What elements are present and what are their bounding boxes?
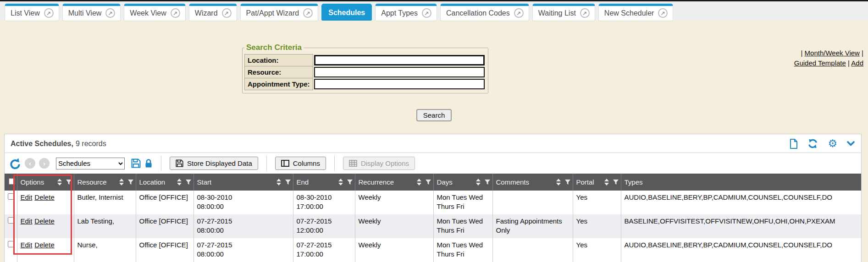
tab-label: Cancellation Codes: [446, 9, 510, 17]
lock-view-icon[interactable]: [144, 158, 153, 168]
toolbar-separator: [266, 156, 267, 171]
start-cell: 07-27-201508:00:00: [194, 238, 293, 262]
end-cell: 07-27-201517:00:00: [293, 238, 355, 262]
refresh-icon[interactable]: [807, 138, 818, 149]
store-displayed-data-label: Store Displayed Data: [187, 159, 252, 167]
comments-cell: [492, 191, 573, 214]
guided-template-link[interactable]: Guided Template: [794, 59, 846, 67]
column-label: Options: [21, 178, 44, 186]
sort-icon[interactable]: [556, 179, 561, 186]
edit-link[interactable]: Edit: [21, 241, 33, 249]
edit-link[interactable]: Edit: [21, 193, 33, 201]
column-label: Location: [139, 178, 166, 186]
save-view-icon[interactable]: [131, 158, 141, 168]
tab-list-view[interactable]: List View ↗: [5, 4, 59, 21]
table-row: EditDelete Nurse, Office [OFFICE] 07-27-…: [5, 238, 861, 262]
external-link-icon[interactable]: ↗: [422, 8, 431, 18]
filter-icon[interactable]: [425, 179, 431, 185]
appointment-type-input[interactable]: [314, 79, 485, 89]
column-label: Types: [625, 178, 643, 186]
columns-button[interactable]: Columns: [275, 157, 326, 170]
top-tab-bar: List View ↗ Multi View ↗ Week View ↗ Wiz…: [0, 0, 868, 20]
column-label: Days: [437, 178, 453, 186]
tab-waiting-list[interactable]: Waiting List ↗: [532, 4, 595, 21]
panel-title-bold: Active Schedules,: [11, 140, 73, 147]
resource-cell: Lab Testing,: [74, 214, 136, 238]
end-cell: 07-27-201512:00:00: [293, 214, 355, 238]
external-link-icon[interactable]: ↗: [514, 8, 524, 18]
filter-icon[interactable]: [613, 179, 619, 185]
delete-link[interactable]: Delete: [34, 217, 54, 225]
tab-week-view[interactable]: Week View ↗: [124, 4, 185, 21]
search-criteria-fieldset: Search Criteria Location: Resource: Appo…: [242, 43, 488, 93]
collapse-chevron-icon[interactable]: [847, 141, 855, 146]
add-link[interactable]: Add: [851, 59, 863, 67]
tab-multi-view[interactable]: Multi View ↗: [62, 4, 121, 21]
tab-label: Multi View: [68, 9, 102, 17]
filter-icon[interactable]: [347, 179, 353, 185]
external-link-icon[interactable]: ↗: [171, 8, 180, 18]
panel-header: Active Schedules,9 records: [5, 134, 861, 153]
sort-icon[interactable]: [177, 179, 182, 186]
sort-icon[interactable]: [57, 179, 62, 186]
resource-input[interactable]: [314, 67, 485, 77]
tab-appt-types[interactable]: Appt Types ↗: [375, 4, 437, 21]
external-link-icon[interactable]: ↗: [303, 8, 313, 18]
columns-label: Columns: [293, 159, 320, 167]
toolbar-separator: [161, 156, 161, 171]
store-displayed-data-button[interactable]: Store Displayed Data: [170, 157, 258, 170]
header-options: Options: [17, 174, 74, 191]
search-button[interactable]: Search: [416, 109, 452, 121]
tab-pat-appt-wizard[interactable]: Pat/Appt Wizard ↗: [240, 4, 319, 21]
tab-label: Appt Types: [381, 9, 418, 17]
row-checkbox[interactable]: [8, 217, 14, 224]
location-input[interactable]: [314, 55, 485, 66]
previous-view-button[interactable]: ‹: [25, 158, 35, 169]
view-links: | Month/Week View | Guided Template | Ad…: [794, 48, 863, 68]
views-select[interactable]: Schedules: [56, 158, 125, 169]
external-link-icon[interactable]: ↗: [44, 8, 54, 18]
row-checkbox[interactable]: [8, 241, 14, 247]
filter-icon[interactable]: [285, 179, 291, 185]
sort-icon[interactable]: [276, 179, 281, 186]
sort-icon[interactable]: [476, 179, 481, 186]
sort-icon[interactable]: [417, 179, 421, 186]
tab-wizard[interactable]: Wizard ↗: [189, 4, 237, 21]
reset-view-icon[interactable]: [9, 158, 21, 169]
new-page-icon[interactable]: [790, 139, 798, 149]
header-select-all: [5, 174, 17, 191]
external-link-icon[interactable]: ↗: [105, 8, 115, 18]
external-link-icon[interactable]: ↗: [658, 8, 668, 18]
display-options-button: Display Options: [343, 157, 415, 170]
next-view-button[interactable]: ›: [39, 158, 50, 169]
search-criteria-legend: Search Criteria: [244, 43, 304, 52]
active-schedules-panel: Active Schedules,9 records: [4, 134, 862, 262]
filter-icon[interactable]: [66, 179, 72, 185]
gear-icon[interactable]: ⚙: [828, 138, 837, 149]
location-cell: Office [OFFICE]: [136, 191, 194, 214]
row-checkbox[interactable]: [8, 193, 14, 200]
filter-icon[interactable]: [564, 179, 571, 185]
tab-label: New Scheduler: [604, 9, 654, 17]
sort-icon[interactable]: [119, 179, 124, 186]
days-cell: Mon Tues Wed Thurs Fri: [433, 238, 492, 262]
filter-icon[interactable]: [127, 179, 134, 185]
filter-icon[interactable]: [185, 179, 192, 185]
filter-icon[interactable]: [484, 179, 491, 185]
tab-new-scheduler[interactable]: New Scheduler ↗: [598, 4, 674, 21]
days-cell: Mon Tues Wed Thurs Fri: [433, 214, 492, 238]
delete-link[interactable]: Delete: [34, 193, 54, 201]
external-link-icon[interactable]: ↗: [222, 8, 232, 18]
sort-icon[interactable]: [338, 179, 343, 186]
sort-icon[interactable]: [604, 179, 609, 186]
edit-link[interactable]: Edit: [21, 217, 33, 225]
tab-schedules[interactable]: Schedules: [321, 4, 372, 21]
tab-cancellation-codes[interactable]: Cancellation Codes ↗: [440, 4, 529, 21]
header-resource: Resource: [74, 174, 136, 191]
external-link-icon[interactable]: ↗: [580, 8, 590, 18]
table-header-row: Options Resource: [5, 174, 861, 191]
delete-link[interactable]: Delete: [34, 241, 54, 249]
recurrence-cell: Weekly: [355, 238, 433, 262]
select-all-checkbox[interactable]: [9, 178, 15, 185]
month-week-view-link[interactable]: Month/Week View: [805, 49, 860, 57]
